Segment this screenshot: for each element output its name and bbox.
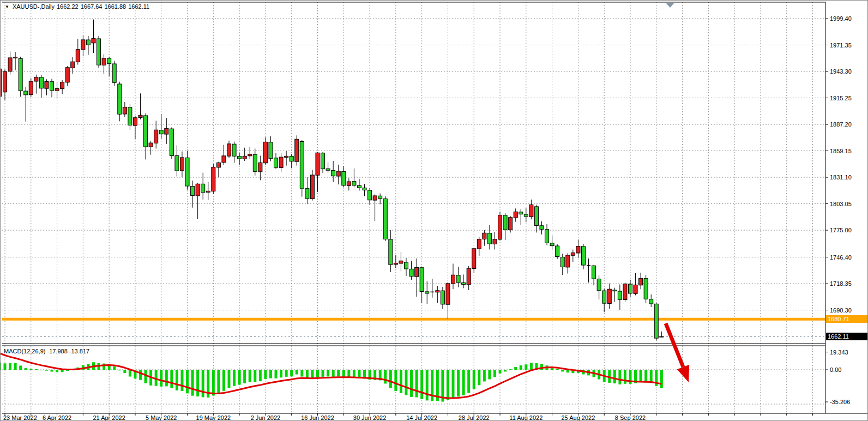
panel-separator[interactable] [2,344,825,346]
svg-text:1746.40: 1746.40 [830,254,852,261]
ohlc-open: 1662.22 [57,3,79,10]
svg-text:30 Jun 2022: 30 Jun 2022 [353,414,387,421]
svg-text:1999.40: 1999.40 [830,15,852,22]
svg-text:1803.05: 1803.05 [830,201,852,207]
svg-text:6 Apr 2022: 6 Apr 2022 [43,414,71,421]
svg-text:1915.25: 1915.25 [830,95,852,101]
svg-text:25 Aug 2022: 25 Aug 2022 [562,414,595,421]
svg-text:19.343: 19.343 [830,349,848,356]
macd-indicator-label: MACD(12,26,9) -17.988 -13.817 [4,348,89,355]
macd-signal-line [1,353,661,398]
price-chart-canvas[interactable]: 1999.401971.351943.301915.251887.201859.… [1,1,868,421]
svg-text:1690.30: 1690.30 [830,307,852,314]
svg-text:5 May 2022: 5 May 2022 [146,414,177,421]
svg-text:11 Aug 2022: 11 Aug 2022 [509,414,542,421]
ohlc-close: 1662.11 [128,3,149,10]
svg-text:1831.10: 1831.10 [830,174,852,181]
svg-text:23 Mar 2022: 23 Mar 2022 [3,414,37,421]
chart-shift-marker-icon[interactable] [666,3,674,8]
svg-text:21 Apr 2022: 21 Apr 2022 [93,414,125,421]
svg-text:2 Jun 2022: 2 Jun 2022 [251,414,280,421]
svg-text:1887.20: 1887.20 [830,121,852,128]
svg-text:19 May 2022: 19 May 2022 [196,414,231,421]
symbol-period-label: XAUUSD-,Daily [13,3,55,10]
symbol-collapse-icon[interactable]: ▼ [5,4,9,9]
chart-window: 1999.401971.351943.301915.251887.201859.… [0,0,868,421]
panel-frames [2,2,867,413]
ohlc-low: 1661.88 [104,3,126,10]
svg-text:8 Sep 2022: 8 Sep 2022 [615,414,646,421]
svg-text:1859.15: 1859.15 [830,148,852,154]
ohlc-high: 1667.64 [81,3,103,10]
current-price-badge: 1662.11 [826,333,867,340]
svg-text:1943.30: 1943.30 [830,68,852,75]
svg-text:0.00: 0.00 [830,366,841,373]
grid-lines [2,2,825,413]
price-axis[interactable]: 1999.401971.351943.301915.251887.201859.… [825,15,852,405]
orange-price-level-badge: 1680.71 [826,315,867,323]
svg-text:28 Jul 2022: 28 Jul 2022 [459,414,490,421]
svg-text:-35.206: -35.206 [830,399,850,405]
time-axis[interactable]: 23 Mar 20226 Apr 202221 Apr 20225 May 20… [3,413,813,421]
svg-text:1775.00: 1775.00 [830,227,852,233]
chart-header: ▼XAUUSD-,Daily1662.221667.641661.881662.… [5,3,152,10]
svg-text:1971.35: 1971.35 [830,42,852,49]
svg-text:1718.35: 1718.35 [830,280,852,287]
svg-text:16 Jun 2022: 16 Jun 2022 [301,414,334,421]
svg-text:14 Jul 2022: 14 Jul 2022 [406,414,437,421]
red-arrow-annotation[interactable] [666,323,689,382]
candlestick-series[interactable] [1,20,664,341]
